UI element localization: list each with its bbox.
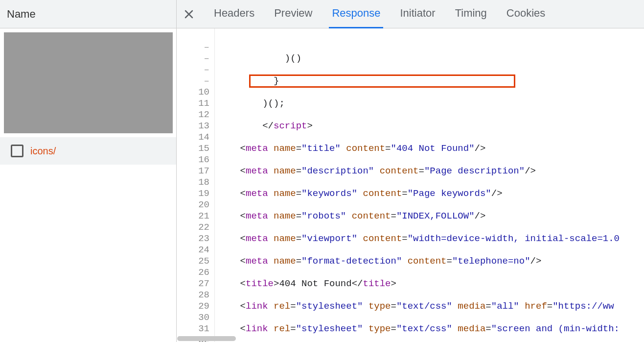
checkbox-icon[interactable] [11,145,23,157]
sidebar-column-header[interactable]: Name [0,0,176,28]
tab-timing[interactable]: Timing [452,0,490,28]
tab-headers[interactable]: Headers [211,0,257,28]
horizontal-scrollbar[interactable] [177,336,236,341]
code-content: )() } )(); </script> <meta name="title" … [215,28,644,342]
request-preview-thumbnail[interactable] [0,28,176,137]
request-row-icons[interactable]: icons/ [0,137,176,165]
close-icon[interactable] [181,6,197,23]
tab-initiator[interactable]: Initiator [397,0,438,28]
request-name-label: icons/ [30,146,56,157]
network-request-list: Name icons/ [0,0,177,342]
column-name-label: Name [7,8,36,21]
line-number-gutter: ––––101112131415161718192021222324252627… [177,28,215,342]
thumbnail-image [4,32,173,133]
tab-response[interactable]: Response [329,0,383,28]
tab-cookies[interactable]: Cookies [504,0,548,28]
response-source-view[interactable]: ––––101112131415161718192021222324252627… [177,28,644,342]
detail-tabbar: Headers Preview Response Initiator Timin… [177,0,644,28]
tab-preview[interactable]: Preview [271,0,315,28]
